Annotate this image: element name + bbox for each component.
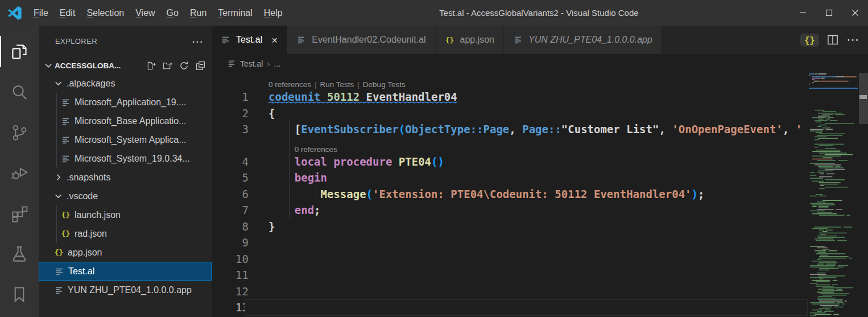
code-line-2[interactable]: 2{: [212, 105, 808, 122]
line-number[interactable]: 7: [212, 204, 249, 216]
tree-file-microsoft-base-applicatio...[interactable]: Microsoft_Base Applicatio...: [39, 112, 212, 130]
braces-action-icon[interactable]: {}: [800, 34, 819, 47]
tree-file-launch.json[interactable]: {}launch.json: [39, 205, 212, 224]
codelens-row: 0 references: [212, 138, 808, 154]
tree-item-label: Microsoft_Base Applicatio...: [75, 116, 187, 126]
tree-item-label: app.json: [68, 248, 102, 258]
line-number[interactable]: 5: [212, 171, 249, 184]
line-number[interactable]: 13: [212, 301, 249, 314]
tab-label: app.json: [460, 35, 495, 45]
codelens-0-references[interactable]: 0 references: [268, 80, 311, 89]
tree-file-rad.json[interactable]: {}rad.json: [39, 224, 212, 243]
new-file-icon[interactable]: [145, 60, 156, 71]
split-editor-icon[interactable]: [827, 34, 838, 46]
line-number[interactable]: 3: [212, 123, 249, 135]
window-title: Test.al - AccessGlobalVariants2 - Visual…: [288, 8, 790, 18]
code-line-5[interactable]: 5 begin: [212, 170, 808, 186]
code-line-text: [EventSubscriber(ObjectType::Page, Page:…: [268, 123, 802, 135]
breadcrumb-file[interactable]: Test.al: [240, 59, 263, 68]
tree-file-microsoft-system-applica...[interactable]: Microsoft_System Applica...: [39, 130, 212, 149]
extensions-icon[interactable]: [0, 193, 39, 233]
code-editor[interactable]: 0 references|Run Tests|Debug Tests1codeu…: [212, 73, 868, 317]
tabbar-empty-space: [662, 26, 792, 54]
menu-go[interactable]: Go: [161, 0, 184, 26]
sidebar-more-actions-icon[interactable]: ⋯: [192, 35, 204, 48]
menu-edit[interactable]: Edit: [54, 0, 81, 26]
tree-item-label: Test.al: [68, 266, 94, 277]
breadcrumb-symbol[interactable]: ...: [274, 59, 280, 68]
code-line-10[interactable]: 10: [212, 251, 808, 267]
menubar: FileEditSelectionViewGoRunTerminalHelp: [28, 0, 288, 26]
line-number[interactable]: 4: [212, 155, 249, 168]
tree-file-yun-zhu-pte04-1.0.0.0.app[interactable]: YUN ZHU_PTE04_1.0.0.0.app: [39, 281, 212, 299]
breadcrumb: Test.al › ...: [212, 54, 868, 73]
al-file-icon: [228, 59, 237, 68]
line-number[interactable]: 8: [212, 220, 249, 233]
minimize-icon[interactable]: [790, 0, 816, 26]
scrollbar[interactable]: [859, 73, 868, 317]
close-icon[interactable]: [842, 0, 868, 26]
codelens-0-references[interactable]: 0 references: [295, 145, 337, 154]
bookmarks-icon[interactable]: [0, 274, 39, 314]
codelens-debug-tests[interactable]: Debug Tests: [363, 80, 406, 89]
menu-file[interactable]: File: [28, 0, 54, 26]
tree-folder-.vscode[interactable]: .vscode: [39, 187, 212, 205]
testing-icon[interactable]: [0, 233, 39, 274]
menu-help[interactable]: Help: [258, 0, 288, 26]
code-line-8[interactable]: 8}: [212, 219, 808, 235]
menu-view[interactable]: View: [130, 0, 160, 26]
minimap[interactable]: [809, 73, 859, 317]
tree-file-app.json[interactable]: {}app.json: [39, 243, 212, 262]
menu-selection[interactable]: Selection: [81, 0, 130, 26]
line-number[interactable]: 2: [212, 107, 249, 120]
codelens-run-tests[interactable]: Run Tests: [320, 80, 354, 89]
search-icon[interactable]: [0, 72, 39, 112]
al-file-icon: [55, 266, 64, 276]
tree-file-microsoft-application-19....[interactable]: Microsoft_Application_19....: [39, 93, 212, 112]
new-folder-icon[interactable]: [162, 60, 173, 71]
tree-item-label: launch.json: [75, 210, 121, 220]
line-number[interactable]: 1: [212, 90, 249, 103]
menu-terminal[interactable]: Terminal: [212, 0, 258, 26]
line-number[interactable]: 11: [212, 269, 249, 281]
source-control-icon[interactable]: [0, 112, 39, 153]
line-number[interactable]: 9: [212, 236, 249, 249]
code-line-13[interactable]: 13: [212, 299, 808, 316]
tab-yun-zhu-pte04-1.0.0.0.app[interactable]: YUN ZHU_PTE04_1.0.0.0.app: [504, 26, 662, 54]
explorer-icon[interactable]: [0, 31, 39, 72]
al-file-icon: [221, 35, 231, 45]
tree-file-microsoft-system-19.0.34...[interactable]: Microsoft_System_19.0.34...: [39, 149, 212, 168]
editor-group: Test.al×EventHandler02.Codeunit.al{}app.…: [212, 26, 868, 317]
tree-folder-.snapshots[interactable]: .snapshots: [39, 168, 212, 187]
tree-indent-guide: [56, 93, 57, 168]
json-file-icon: {}: [61, 229, 71, 238]
tree-folder-.alpackages[interactable]: .alpackages: [39, 74, 212, 93]
line-number[interactable]: 10: [212, 253, 249, 265]
menu-run[interactable]: Run: [184, 0, 212, 26]
code-line-6[interactable]: 6 Message('Extension: PTE04\Codeunit: 50…: [212, 186, 808, 203]
workspace-section-header[interactable]: ACCESSGLOBA...: [39, 57, 212, 74]
line-number[interactable]: 12: [212, 285, 249, 298]
line-number[interactable]: 6: [212, 188, 249, 200]
code-line-3[interactable]: 3 [EventSubscriber(ObjectType::Page, Pag…: [212, 121, 808, 138]
code-line-9[interactable]: 9: [212, 234, 808, 251]
al-file-icon: [296, 35, 307, 45]
code-line-11[interactable]: 11: [212, 267, 808, 283]
overview-ruler-marker: [859, 95, 867, 99]
maximize-icon[interactable]: [816, 0, 842, 26]
json-file-icon: {}: [55, 248, 64, 257]
code-line-7[interactable]: 7 end;: [212, 202, 808, 219]
more-actions-icon[interactable]: ⋯: [846, 32, 860, 47]
chevron-down-icon: [53, 191, 63, 201]
refresh-icon[interactable]: [178, 60, 189, 71]
tab-close-icon[interactable]: ×: [271, 35, 278, 46]
run-debug-icon[interactable]: [0, 153, 39, 193]
code-line-4[interactable]: 4 local procedure PTE04(): [212, 154, 808, 170]
tab-app.json[interactable]: {}app.json: [436, 26, 505, 54]
tree-file-test.al[interactable]: Test.al: [39, 262, 212, 281]
code-line-1[interactable]: 1codeunit 50112 EventHandler04: [212, 89, 808, 105]
collapse-all-icon[interactable]: [195, 60, 206, 71]
tab-eventhandler02.codeunit.al[interactable]: EventHandler02.Codeunit.al: [287, 26, 435, 54]
code-line-12[interactable]: 12: [212, 283, 808, 300]
tab-test.al[interactable]: Test.al×: [212, 26, 287, 54]
